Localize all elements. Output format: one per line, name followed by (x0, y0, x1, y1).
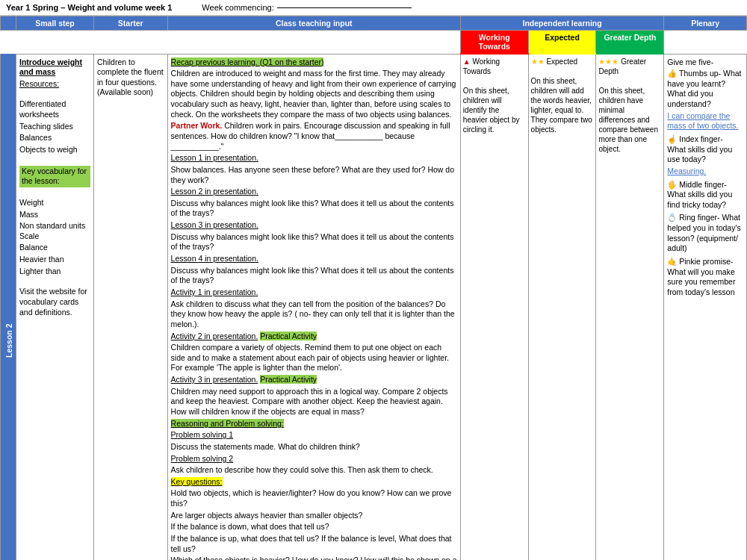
sub-greater: Greater Depth (596, 31, 664, 55)
key-q-5: Which of these objects is heavier? How d… (171, 556, 457, 560)
lesson2-text: Discuss why balances might look like thi… (171, 199, 457, 219)
lesson-row: Lesson 2 Introduce weight and mass Resou… (1, 54, 747, 560)
starter-text: Children to complete the fluent in four … (97, 57, 164, 99)
pinkie-section: 🤙 Pinkie promise- What will you make sur… (667, 257, 743, 298)
lesson2-label: Lesson 2 in presentation. (171, 187, 258, 196)
middle-emoji: 🖐 (667, 180, 677, 189)
activity3-label: Activity 3 in presentation. (171, 375, 258, 384)
sub-blank4 (167, 31, 460, 55)
activity2-label: Activity 2 in presentation. (171, 332, 258, 340)
key-q-label: Key questions: (171, 477, 223, 486)
index-section: ☝ Index finger- What skills did you use … (667, 134, 743, 177)
key-q-2: Are larger objects always heavier than s… (171, 511, 457, 521)
plenary-cell: Give me five- 👍 Thumbs up- What have you… (664, 54, 747, 560)
can-text: I can compare the mass of two objects. (667, 111, 743, 131)
header-class-teaching: Class teaching input (167, 16, 460, 31)
lesson3-label: Lesson 3 in presentation. (171, 220, 258, 229)
index-emoji: ☝ (667, 134, 677, 143)
ps2-label: Problem solving 2 (171, 454, 233, 463)
sub-blank3 (93, 31, 167, 55)
vocab-5: Heavier than (19, 255, 90, 265)
ps1-label: Problem solving 1 (171, 430, 233, 439)
page-title: Year 1 Spring – Weight and volume week 1 (6, 3, 172, 12)
expected-stars: ★★ (531, 57, 545, 66)
header-independent: Independent learning (460, 16, 663, 31)
activity1-label: Activity 1 in presentation. (171, 287, 258, 296)
key-q-4: If the balance is up, what does that tel… (171, 534, 457, 554)
greater-stars: ★★★ (598, 57, 619, 66)
week-underline (277, 7, 412, 8)
expected-title: Expected (546, 57, 577, 66)
plenary-intro: Give me five- (667, 57, 743, 68)
class-teaching-cell: Recap previous learning. (Q1 on the star… (167, 54, 460, 560)
working-arrow: ▲ (463, 57, 471, 66)
activity2-practical: Practical Activity (260, 332, 317, 340)
lesson1-text: Show balances. Has anyone seen these bef… (171, 165, 457, 185)
vocab-1: Weight (19, 198, 90, 208)
vocab-2: Mass (19, 210, 90, 220)
top-header: Year 1 Spring – Weight and volume week 1… (0, 0, 747, 16)
week-label: Week commencing: (202, 3, 411, 12)
key-vocab-label: Key vocabulary for the lesson: (19, 166, 90, 187)
ring-emoji: 💍 (667, 213, 677, 222)
lesson1-label: Lesson 1 in presentation. (171, 153, 258, 162)
vocab-6: Lighter than (19, 267, 90, 277)
vocab-3: Non standard units Scale (19, 221, 90, 241)
reasoning-label: Reasoning and Problem solving: (171, 419, 284, 428)
sub-blank2 (16, 31, 94, 55)
thumbs-section: 👍 Thumbs up- What have you learnt? What … (667, 69, 743, 131)
working-text: On this sheet, children will identify th… (463, 86, 526, 134)
middle-section: 🖐 Middle finger- What skills did you fin… (667, 180, 743, 211)
thumbs-emoji: 👍 (667, 69, 677, 78)
greater-text: On this sheet, children have minimal dif… (598, 86, 661, 154)
activity2-text: Children compare a variety of objects. R… (171, 343, 457, 373)
ps1-text: Discuss the statements made. What do chi… (171, 442, 457, 452)
working-cell: ▲ Working Towards On this sheet, childre… (460, 54, 528, 560)
sub-expected: Expected (528, 31, 596, 55)
ps2-text: Ask children to describe how they could … (171, 465, 457, 476)
key-q-3: If the balance is down, what does that t… (171, 522, 457, 532)
starter-cell: Children to complete the fluent in four … (93, 54, 167, 560)
header-lesson (1, 16, 16, 31)
vocab-4: Balance (19, 243, 90, 253)
main-table: Small step Starter Class teaching input … (0, 16, 747, 560)
lesson-label: Lesson 2 (1, 54, 16, 560)
ring-section: 💍 Ring finger- What helped you in today'… (667, 213, 743, 254)
visit-text: Visit the website for vocabulary cards a… (19, 287, 90, 317)
lesson4-label: Lesson 4 in presentation. (171, 254, 258, 263)
header-starter: Starter (93, 16, 167, 31)
lesson3-text: Discuss why balances might look like thi… (171, 232, 457, 252)
resources-label: Resources: (19, 79, 59, 88)
key-q-1: Hold two objects, which is heavier/light… (171, 488, 457, 508)
sub-blank5 (664, 31, 747, 55)
small-step-title: Introduce weight and mass (19, 57, 82, 77)
sub-blank (1, 31, 16, 55)
lesson4-text: Discuss why balances might look like thi… (171, 266, 457, 286)
partner-work-label: Partner Work. (171, 121, 223, 130)
resource-3: Balances (19, 133, 90, 143)
expected-cell: ★★ Expected On this sheet, children will… (528, 54, 596, 560)
sub-working: Working Towards (460, 31, 528, 55)
header-small-step: Small step (16, 16, 94, 31)
header-plenary: Plenary (664, 16, 747, 31)
recap-label: Recap previous learning. (Q1 on the star… (171, 57, 324, 66)
measuring-text: Measuring. (667, 167, 743, 177)
activity3-practical: Practical Activity (260, 375, 317, 384)
activity1-text: Ask children to discuss what they can te… (171, 299, 457, 330)
activity3-text: Children may need support to approach th… (171, 387, 457, 417)
expected-text: On this sheet, children will add the wor… (531, 76, 594, 134)
pinkie-emoji: 🤙 (667, 257, 677, 266)
intro-text: Children are introduced to weight and ma… (171, 69, 457, 119)
resource-2: Teaching slides (19, 122, 90, 132)
resource-1: Differentiated worksheets (19, 99, 90, 119)
small-step-cell: Introduce weight and mass Resources: Dif… (16, 54, 94, 560)
greater-cell: ★★★ Greater Depth On this sheet, childre… (596, 54, 664, 560)
resource-4: Objects to weigh (19, 145, 90, 155)
